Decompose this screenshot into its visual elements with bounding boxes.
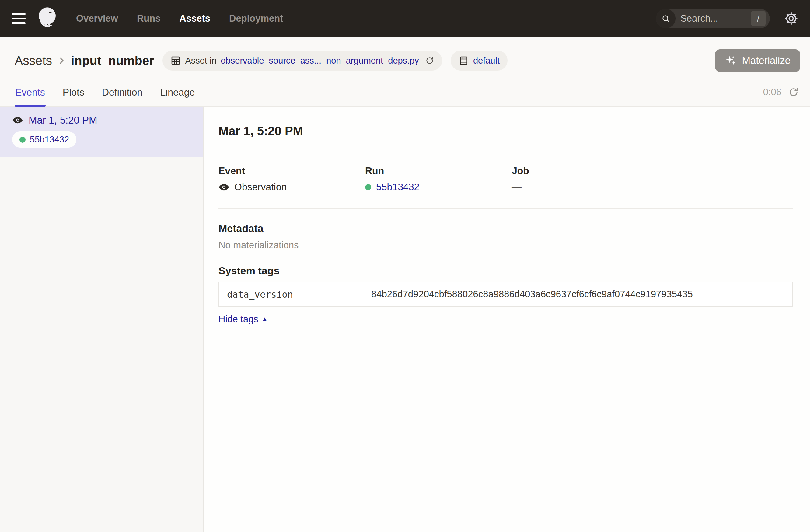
settings-gear-icon[interactable] (784, 11, 798, 26)
breadcrumb: Assets input_number (15, 53, 154, 68)
materialize-label: Materialize (742, 55, 791, 66)
dagster-logo-icon (35, 5, 61, 32)
divider (218, 209, 793, 209)
hide-tags-label: Hide tags (218, 314, 258, 325)
repository-badge: default (451, 50, 507, 70)
chevron-right-icon (57, 56, 66, 65)
search-input[interactable] (676, 13, 751, 24)
nav-item-overview[interactable]: Overview (76, 13, 118, 24)
event-column-header: Event (218, 165, 365, 177)
tag-value-cell: 84b26d7d9204cbf588026c8a9886d403a6c9637c… (363, 282, 792, 306)
observation-eye-icon (218, 182, 229, 193)
primary-nav: Overview Runs Assets Deployment (76, 13, 283, 24)
run-status-dot (19, 136, 26, 143)
nav-item-assets[interactable]: Assets (179, 13, 210, 24)
top-nav: Overview Runs Assets Deployment / (0, 0, 810, 37)
run-status-dot (365, 184, 371, 190)
asset-location-badge: Asset in observable_source_ass..._non_ar… (162, 50, 442, 70)
repository-link[interactable]: default (473, 56, 500, 66)
dagster-app: Overview Runs Assets Deployment / (0, 0, 810, 532)
hide-tags-link[interactable]: Hide tags ▲ (218, 314, 268, 325)
search-box[interactable]: / (656, 9, 770, 28)
metadata-heading: Metadata (218, 223, 793, 235)
run-column-header: Run (365, 165, 512, 177)
event-summary-columns: Event Observation Run (218, 165, 793, 193)
asset-name: input_number (71, 53, 154, 68)
reload-location-icon[interactable] (425, 56, 434, 65)
tag-key-cell: data_version (219, 282, 363, 306)
search-icon (656, 9, 676, 28)
asset-tabs: Events Plots Definition Lineage 0:06 (0, 79, 810, 107)
system-tags-heading: System tags (218, 265, 793, 277)
event-run-pill[interactable]: 55b13432 (12, 131, 76, 148)
table-grid-icon (171, 55, 181, 66)
breadcrumb-assets-link[interactable]: Assets (15, 53, 52, 68)
nav-item-runs[interactable]: Runs (137, 13, 161, 24)
tab-lineage[interactable]: Lineage (159, 79, 195, 106)
menu-icon[interactable] (12, 12, 27, 25)
tab-events[interactable]: Events (15, 79, 46, 106)
code-location-link[interactable]: observable_source_ass..._non_argument_de… (221, 56, 419, 66)
repository-icon (458, 55, 469, 66)
event-list-sidebar: Mar 1, 5:20 PM 55b13432 (0, 107, 204, 532)
caret-up-icon: ▲ (261, 315, 268, 323)
tab-plots[interactable]: Plots (62, 79, 85, 106)
asset-page-header: Assets input_number Asset in observable_… (0, 37, 810, 79)
metadata-empty-text: No materializations (218, 240, 793, 251)
search-shortcut-key: / (751, 11, 765, 27)
tab-definition[interactable]: Definition (101, 79, 143, 106)
system-tags-table: data_version 84b26d7d9204cbf588026c8a988… (218, 281, 793, 307)
refresh-icon[interactable] (788, 87, 799, 98)
divider (218, 151, 793, 151)
event-detail-panel: Mar 1, 5:20 PM Event Observation (204, 107, 810, 532)
event-type: Observation (234, 181, 287, 193)
event-list-item[interactable]: Mar 1, 5:20 PM 55b13432 (0, 107, 203, 157)
job-empty-value: — (512, 181, 521, 193)
asset-location-prefix: Asset in (185, 56, 216, 66)
refresh-countdown: 0:06 (763, 87, 781, 98)
events-content: Mar 1, 5:20 PM 55b13432 Mar 1, 5:20 PM E… (0, 107, 810, 532)
sparkle-icon (725, 54, 737, 67)
job-column-header: Job (512, 165, 793, 177)
nav-item-deployment[interactable]: Deployment (229, 13, 283, 24)
observation-eye-icon (12, 115, 23, 126)
refresh-timer: 0:06 (763, 79, 799, 106)
event-run-id: 55b13432 (30, 134, 69, 145)
run-id-link[interactable]: 55b13432 (376, 181, 419, 193)
materialize-button[interactable]: Materialize (715, 49, 800, 72)
event-date: Mar 1, 5:20 PM (29, 114, 97, 126)
event-detail-title: Mar 1, 5:20 PM (218, 124, 793, 138)
